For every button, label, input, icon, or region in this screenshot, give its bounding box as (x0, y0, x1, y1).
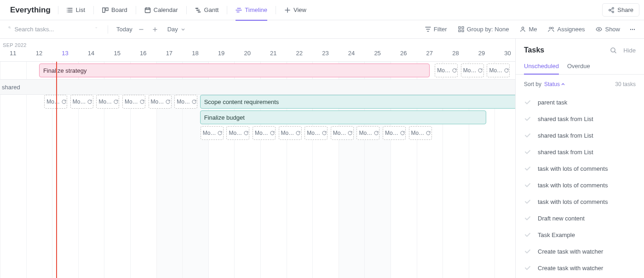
task-item[interactable]: task with lots of comments (516, 177, 644, 193)
timeline-area[interactable]: SEP 2022 1112131415161718192021222324252… (0, 39, 515, 278)
timeline-bar[interactable]: Finalize strategy (39, 64, 430, 77)
svg-point-19 (552, 27, 553, 29)
check-icon[interactable] (524, 165, 531, 172)
recurring-task-chip[interactable]: Mo… (122, 95, 145, 109)
zoom-in-button[interactable] (150, 24, 160, 35)
view-tab-timeline[interactable]: Timeline (229, 0, 274, 20)
task-item[interactable]: Create task with watcher (516, 260, 644, 276)
recurring-icon (426, 130, 431, 136)
recurring-task-chip[interactable]: Mo… (356, 126, 380, 140)
recurring-icon (400, 130, 405, 136)
check-icon[interactable] (524, 148, 531, 156)
recurring-task-chip[interactable]: Mo… (201, 126, 224, 140)
shared-row: shared (0, 79, 515, 95)
recurring-task-chip[interactable]: Mo… (383, 126, 406, 140)
recurring-task-chip[interactable]: Mo… (226, 126, 249, 140)
hide-button[interactable]: Hide (623, 47, 636, 54)
search-input[interactable] (14, 26, 92, 33)
date-header: 19 (208, 50, 235, 61)
date-header: 12 (26, 50, 52, 61)
me-button[interactable]: Me (518, 26, 539, 33)
recurring-task-chip[interactable]: Mo… (487, 64, 510, 77)
task-name: shared task from List (538, 132, 593, 139)
more-button[interactable] (627, 24, 638, 35)
search-box[interactable] (5, 26, 101, 33)
check-icon[interactable] (524, 115, 531, 122)
search-icon[interactable] (610, 47, 617, 54)
chip-label: Mo… (98, 98, 112, 105)
scale-dropdown[interactable]: Day (166, 26, 187, 33)
recurring-task-chip[interactable]: Mo… (70, 95, 93, 109)
date-header: 25 (364, 50, 391, 61)
scale-label: Day (167, 26, 178, 33)
task-item[interactable]: shared task from List (516, 127, 644, 144)
check-icon[interactable] (524, 214, 531, 222)
sort-dropdown[interactable]: Status (544, 81, 565, 87)
show-button[interactable]: Show (594, 26, 622, 33)
task-item[interactable]: parent task (516, 94, 644, 110)
task-item[interactable]: Draft new content (516, 210, 644, 226)
date-header: 28 (443, 50, 469, 61)
tasks-panel: Tasks Hide UnscheduledOverdue Sort by St… (515, 39, 644, 278)
panel-tab-overdue[interactable]: Overdue (567, 58, 590, 74)
view-tab-label: List (76, 6, 85, 13)
task-name: Task Example (538, 232, 575, 238)
share-button[interactable]: Share (602, 3, 639, 17)
filter-button[interactable]: Filter (423, 26, 449, 33)
date-header: 24 (339, 50, 365, 61)
task-item[interactable]: Create task with watcher (516, 243, 644, 260)
recurring-icon (295, 130, 301, 136)
view-tab-gantt[interactable]: Gantt (189, 0, 225, 20)
panel-tab-unscheduled[interactable]: Unscheduled (524, 58, 559, 74)
person-icon (520, 26, 526, 32)
group-by-button[interactable]: Group by: None (456, 26, 511, 33)
chip-label: Mo… (125, 98, 138, 105)
view-tab-list[interactable]: List (60, 0, 92, 20)
task-item[interactable]: task with lots of comments (516, 160, 644, 177)
recurring-task-chip[interactable]: Mo… (149, 95, 172, 109)
recurring-task-chip[interactable]: Mo… (279, 126, 302, 140)
svg-point-10 (609, 9, 611, 11)
task-item[interactable]: task with lots of comments (516, 193, 644, 210)
date-header: 13 (52, 50, 78, 61)
recurring-task-chip[interactable]: Mo… (253, 126, 276, 140)
view-tab-board[interactable]: Board (96, 0, 134, 20)
recurring-icon (270, 130, 275, 136)
check-icon[interactable] (524, 231, 531, 238)
chevron-down-icon[interactable] (95, 27, 98, 32)
recurring-task-chip[interactable]: Mo… (331, 126, 354, 140)
calendar-icon (144, 7, 151, 13)
check-icon[interactable] (524, 198, 531, 205)
task-item[interactable]: shared task from List (516, 110, 644, 127)
task-item[interactable]: Task Example (516, 226, 644, 243)
eye-icon (596, 26, 602, 32)
check-icon[interactable] (524, 132, 531, 139)
task-name: Draft new content (538, 215, 585, 222)
date-header: 29 (469, 50, 495, 61)
svg-point-21 (630, 29, 631, 29)
task-item[interactable]: shared task from List (516, 144, 644, 160)
today-button[interactable]: Today (115, 26, 134, 33)
zoom-out-button[interactable] (136, 24, 146, 35)
recurring-task-chip[interactable]: Mo… (96, 95, 119, 109)
date-header: 20 (234, 50, 260, 61)
chip-label: Mo… (229, 130, 242, 136)
date-header: 23 (312, 50, 339, 61)
recurring-task-chip[interactable]: Mo… (461, 64, 484, 77)
view-tab-calendar[interactable]: Calendar (138, 0, 184, 20)
add-view-label: View (293, 6, 306, 13)
recurring-task-chip[interactable]: Mo… (174, 95, 197, 109)
check-icon[interactable] (524, 98, 531, 106)
add-view-button[interactable]: View (278, 0, 313, 20)
recurring-task-chip[interactable]: Mo… (305, 126, 328, 140)
check-icon[interactable] (524, 181, 531, 189)
recurring-icon (504, 68, 509, 73)
timeline-bar[interactable]: Finalize budget (200, 110, 487, 124)
check-icon[interactable] (524, 248, 531, 255)
recurring-task-chip[interactable]: Mo… (409, 126, 432, 140)
timeline-bar[interactable]: Scope content requirements (200, 95, 515, 109)
svg-rect-13 (459, 27, 460, 29)
assignees-button[interactable]: Assignees (546, 26, 586, 33)
recurring-task-chip[interactable]: Mo… (435, 64, 458, 77)
check-icon[interactable] (524, 264, 531, 272)
